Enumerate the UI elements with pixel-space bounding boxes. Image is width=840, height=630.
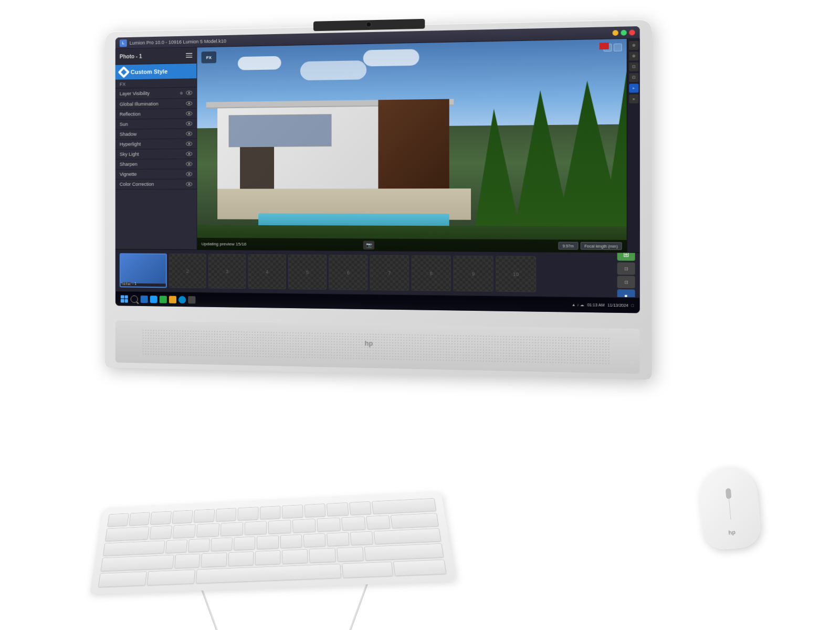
key[interactable]	[292, 519, 316, 533]
key[interactable]	[149, 526, 172, 540]
key[interactable]	[341, 516, 365, 530]
key[interactable]	[237, 507, 258, 520]
key[interactable]	[194, 509, 215, 522]
key[interactable]	[282, 505, 303, 518]
taskbar-icon-4[interactable]	[169, 296, 176, 303]
sidebar-item-layer-visibility[interactable]: Layer Visibility ⊕	[116, 87, 197, 99]
sidebar-item-hyperlight[interactable]: Hyperlight	[116, 139, 197, 150]
key-alt-right[interactable]	[342, 562, 393, 578]
distance-ctrl[interactable]: 9.97m	[559, 242, 578, 250]
film-thumb-5[interactable]: 5	[288, 255, 327, 290]
key[interactable]	[366, 515, 391, 529]
taskbar-icon-2[interactable]	[150, 296, 158, 303]
key[interactable]	[303, 533, 326, 548]
key[interactable]	[234, 536, 256, 550]
film-thumb-2[interactable]: 2	[169, 254, 206, 288]
taskbar-icon-1[interactable]	[141, 295, 148, 302]
minimize-btn[interactable]	[613, 30, 618, 36]
keyboard[interactable]	[90, 491, 456, 594]
key-enter[interactable]	[391, 513, 439, 528]
sidebar-item-vignette[interactable]: Vignette	[116, 169, 197, 180]
film-thumb-10[interactable]: 10	[496, 256, 536, 292]
sidebar-item-shadow[interactable]: Shadow	[116, 129, 197, 139]
filmstrip-btn-2[interactable]: ⊡	[617, 276, 635, 288]
key[interactable]	[257, 535, 279, 550]
film-thumb-8[interactable]: 8	[411, 255, 451, 291]
key-shift-left[interactable]	[100, 555, 174, 572]
sidebar-item-reflection[interactable]: Reflection	[116, 109, 197, 120]
filmstrip-btn-1[interactable]: ⊡	[617, 262, 635, 275]
right-btn-1[interactable]: ⊕	[629, 41, 638, 50]
sidebar-item-global-illumination[interactable]: Global Illumination	[116, 99, 197, 110]
key-ctrl-right[interactable]	[393, 560, 446, 576]
key[interactable]	[317, 518, 340, 532]
key[interactable]	[165, 539, 187, 553]
key[interactable]	[260, 506, 281, 519]
taskbar-icon-5[interactable]	[178, 296, 186, 303]
key[interactable]	[215, 508, 236, 521]
taskbar-search-icon[interactable]	[131, 295, 138, 302]
taskbar-icon-6[interactable]	[188, 296, 195, 303]
key[interactable]	[304, 503, 326, 517]
key[interactable]	[255, 550, 281, 565]
filmstrip-btn-3[interactable]: ■	[617, 289, 635, 297]
key[interactable]	[211, 537, 233, 551]
sidebar-item-color-correction[interactable]: Color Correction	[116, 180, 197, 190]
film-thumb-4[interactable]: 4	[248, 254, 286, 289]
camera-button[interactable]: 📷	[363, 241, 374, 250]
key[interactable]	[201, 553, 227, 568]
key[interactable]	[196, 523, 219, 537]
menu-icon[interactable]	[186, 53, 192, 58]
eye-icon-10	[186, 182, 192, 186]
render-ctrl-2[interactable]	[614, 44, 622, 51]
eye-icon-6	[186, 142, 192, 146]
windows-start-icon[interactable]	[121, 295, 128, 302]
film-thumb-active[interactable]: Photo - 1 1 ▸	[120, 253, 167, 288]
key[interactable]	[228, 552, 254, 566]
maximize-btn[interactable]	[621, 29, 626, 35]
film-thumb-6[interactable]: 6	[329, 255, 368, 290]
key-caps[interactable]	[103, 540, 165, 556]
key[interactable]	[174, 554, 201, 569]
key-alt-left[interactable]	[146, 570, 195, 585]
sidebar-item-sun[interactable]: Sun	[116, 119, 197, 130]
right-btn-4[interactable]: ⊡	[629, 73, 638, 82]
film-thumb-7[interactable]: 7	[370, 255, 409, 291]
key[interactable]	[172, 510, 193, 524]
key-enter2[interactable]	[374, 528, 442, 545]
key[interactable]	[173, 524, 196, 538]
right-btn-3[interactable]: ⊡	[629, 62, 638, 71]
right-btn-2[interactable]: ⊕	[629, 51, 638, 60]
key[interactable]	[129, 512, 150, 526]
key[interactable]	[350, 531, 374, 545]
key[interactable]	[150, 511, 172, 525]
key[interactable]	[280, 534, 302, 549]
key[interactable]	[220, 522, 244, 536]
sidebar-item-sharpen[interactable]: Sharpen	[116, 159, 197, 170]
key[interactable]	[107, 513, 129, 527]
key[interactable]	[188, 538, 210, 552]
sidebar-item-sky-light[interactable]: Sky Light	[116, 149, 197, 160]
focal-length-ctrl[interactable]: Focal length (mm)	[580, 242, 622, 250]
key-ctrl-left[interactable]	[98, 572, 146, 587]
close-btn[interactable]	[629, 29, 635, 35]
key-backspace[interactable]	[372, 498, 436, 514]
key[interactable]	[337, 547, 364, 562]
custom-style-header[interactable]: Custom Style	[116, 64, 197, 80]
key[interactable]	[349, 501, 372, 516]
mouse[interactable]: hp	[697, 465, 762, 551]
taskbar-icon-3[interactable]	[160, 296, 167, 303]
key-shift-right[interactable]	[364, 543, 444, 561]
key[interactable]	[282, 549, 308, 564]
key[interactable]	[327, 502, 349, 516]
key[interactable]	[309, 548, 336, 563]
key[interactable]	[268, 520, 291, 534]
key[interactable]	[327, 532, 350, 547]
film-thumb-9[interactable]: 9	[453, 256, 493, 292]
key-tab[interactable]	[105, 527, 149, 541]
right-btn-5[interactable]: ▸	[629, 83, 638, 92]
right-btn-6[interactable]: ≡	[629, 94, 638, 103]
key[interactable]	[244, 521, 267, 535]
film-thumb-3[interactable]: 3	[208, 254, 246, 289]
mouse-scroll-wheel[interactable]	[726, 488, 732, 499]
